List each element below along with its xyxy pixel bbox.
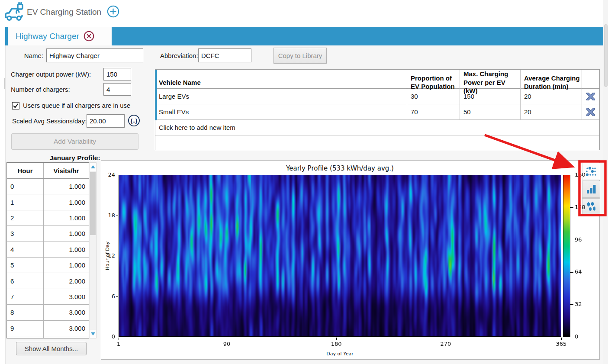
colorbar-tick-label: 32 <box>575 301 582 307</box>
hour-cell[interactable]: 4 <box>7 242 44 257</box>
x-tick-label: 1 <box>112 341 125 347</box>
vehicle-name-cell[interactable]: Small EVs <box>155 104 407 119</box>
table-accent-stripe <box>155 70 157 120</box>
queue-checkbox[interactable] <box>12 102 19 110</box>
sessions-label: Scaled Avg Sessions/day: <box>12 117 87 125</box>
scatter-plot-icon <box>585 166 598 177</box>
colorbar-tick-label: 0 <box>575 333 578 340</box>
delete-row-button[interactable] <box>582 89 599 104</box>
x-tick <box>446 338 446 340</box>
down-arrow-icon[interactable] <box>90 330 96 338</box>
candlestick-icon <box>585 201 597 213</box>
tab-highway-charger[interactable]: Highway Charger <box>8 27 112 45</box>
close-circle-icon[interactable] <box>84 31 94 42</box>
jan-profile-row: 41.000 <box>7 242 89 258</box>
name-input[interactable] <box>46 48 143 62</box>
jan-profile-row: 31.000 <box>7 226 89 242</box>
hour-cell[interactable]: 2 <box>7 210 44 225</box>
x-tick <box>336 338 337 340</box>
y-tick <box>116 337 118 337</box>
colorbar-tick <box>570 337 573 337</box>
delete-row-button[interactable] <box>582 104 599 119</box>
visits-cell[interactable]: 1.000 <box>44 179 89 194</box>
window-scrollbar-thumb[interactable] <box>604 24 608 87</box>
ev-car-plug-icon <box>3 2 25 23</box>
jan-table-header: Hour Visits/hr <box>7 163 89 179</box>
january-profile-table: Hour Visits/hr 01.00011.00021.00031.0004… <box>6 162 89 338</box>
x-delete-icon <box>586 93 595 100</box>
jan-profile-row: 51.000 <box>7 258 89 273</box>
queue-checkbox-label: Users queue if all chargers are in use <box>23 102 130 109</box>
hour-cell[interactable]: 5 <box>7 258 44 273</box>
sessions-input[interactable] <box>87 114 125 128</box>
jan-profile-row: 73.000 <box>7 289 89 305</box>
up-arrow-icon[interactable] <box>90 163 96 171</box>
copy-to-library-button[interactable]: Copy to Library <box>273 48 327 64</box>
hour-cell[interactable]: 3 <box>7 226 44 241</box>
colorbar-tick-label: 128 <box>575 204 585 210</box>
app-title: EV Charging Station <box>27 7 101 17</box>
hour-cell[interactable]: 9 <box>7 321 44 336</box>
jan-profile-row: 93.000 <box>7 321 89 336</box>
jan-scrollbar-thumb[interactable] <box>90 172 96 235</box>
jan-profile-row-partial <box>7 336 89 338</box>
bar-chart-button[interactable] <box>582 180 600 198</box>
add-new-item-row[interactable]: Click here to add new item <box>155 120 599 135</box>
vehicle-name-cell[interactable]: Large EVs <box>155 89 407 104</box>
visits-cell[interactable]: 3.000 <box>44 305 89 320</box>
visits-cell[interactable]: 3.000 <box>44 321 89 336</box>
window-scrollbar[interactable] <box>603 0 608 364</box>
x-axis-label: Day of Year <box>119 351 561 357</box>
y-tick <box>116 216 118 216</box>
y-tick-label: 12 <box>105 252 115 259</box>
charger-output-power-input[interactable] <box>103 68 131 81</box>
yearly-profile-heatmap <box>119 175 561 337</box>
visits-cell[interactable]: 2.000 <box>44 273 89 288</box>
app-header: EV Charging Station <box>0 0 608 27</box>
visits-cell[interactable]: 1.000 <box>44 226 89 241</box>
hour-column-header: Hour <box>7 163 44 178</box>
bar-chart-icon <box>585 184 597 194</box>
x-tick <box>227 338 227 340</box>
add-variability-button[interactable]: Add Variability <box>11 133 138 150</box>
jan-profile-row: 11.000 <box>7 194 89 210</box>
max-power-cell[interactable]: 50 <box>460 104 521 119</box>
x-tick <box>119 338 119 340</box>
avg-duration-cell[interactable]: 20 <box>521 104 582 119</box>
proportion-cell[interactable]: 30 <box>407 89 460 104</box>
number-of-chargers-input[interactable] <box>103 83 131 96</box>
colorbar-tick-label: 160 <box>575 171 585 178</box>
y-tick-label: 6 <box>105 293 115 300</box>
hour-cell[interactable]: 8 <box>7 305 44 320</box>
colorbar-tick-label: 64 <box>575 268 582 275</box>
hour-cell[interactable]: 7 <box>7 289 44 304</box>
visits-cell[interactable]: 1.000 <box>44 194 89 209</box>
colorbar-tick <box>570 240 573 240</box>
visits-cell[interactable]: 1.000 <box>44 210 89 225</box>
visits-cell[interactable]: 1.000 <box>44 242 89 257</box>
jan-profile-row: 62.000 <box>7 273 89 289</box>
yearly-profile-panel: Yearly Profile (533 kWh/day avg.) Hour o… <box>101 160 600 360</box>
avg-duration-cell[interactable]: 20 <box>521 89 582 104</box>
hour-cell[interactable]: 6 <box>7 273 44 288</box>
plus-circle-icon[interactable] <box>107 5 119 18</box>
show-all-months-button[interactable]: Show All Months... <box>16 342 87 355</box>
jan-table-scrollbar[interactable] <box>89 162 97 338</box>
proportion-cell[interactable]: 70 <box>407 104 460 119</box>
y-tick <box>116 296 118 297</box>
x-tick-label: 270 <box>439 341 452 347</box>
x-tick-label: 365 <box>555 341 568 347</box>
abbreviation-input[interactable] <box>198 48 251 62</box>
max-power-cell[interactable]: 150 <box>460 89 521 104</box>
splitter-handle[interactable] <box>4 78 5 89</box>
y-tick <box>116 256 118 256</box>
hour-cell[interactable]: 0 <box>7 179 44 194</box>
visits-cell[interactable]: 1.000 <box>44 258 89 273</box>
y-tick-label: 0 <box>105 333 115 340</box>
chart-title: Yearly Profile (533 kWh/day avg.) <box>119 164 561 172</box>
jan-profile-row: 21.000 <box>7 210 89 226</box>
colorbar-tick <box>570 304 573 305</box>
visits-cell[interactable]: 3.000 <box>44 289 89 304</box>
braces-expression-button[interactable]: {..} <box>128 115 140 126</box>
hour-cell[interactable]: 1 <box>7 194 44 209</box>
